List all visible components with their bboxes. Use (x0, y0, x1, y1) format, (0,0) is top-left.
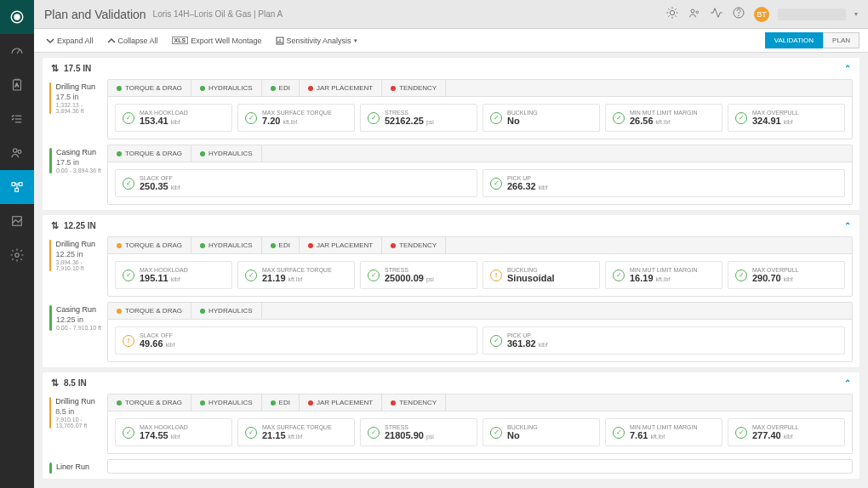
metric-card: SLACK OFF49.66klbf (115, 326, 477, 355)
status-dot-icon (271, 400, 276, 406)
metric-unit: kft.lbf (650, 434, 665, 440)
section-header[interactable]: ⇅8.5 IN⌃ (43, 372, 859, 394)
sort-icon: ⇅ (51, 63, 59, 74)
metric-value: Sinusoidal (507, 273, 555, 283)
svg-point-8 (14, 149, 18, 153)
sun-icon[interactable] (665, 6, 679, 23)
tab-label: JAR PLACEMENT (317, 399, 373, 406)
app-logo[interactable] (0, 0, 34, 34)
tab[interactable]: TORQUE & DRAG (108, 303, 191, 319)
tab[interactable]: TORQUE & DRAG (108, 145, 191, 162)
tab-label: EDI (279, 84, 290, 92)
tab[interactable]: EDI (262, 237, 300, 253)
run-row: Drilling Run17.5 in1,332.13 - 3,894.36 f… (43, 79, 859, 145)
warning-icon (123, 335, 134, 347)
help-icon[interactable] (732, 6, 745, 23)
nav-image[interactable] (0, 204, 34, 238)
status-dot-icon (117, 400, 122, 406)
metric-label: SLACK OFF (140, 175, 180, 181)
status-bar (49, 305, 52, 331)
metric-label: MAX OVERPULL (752, 110, 798, 116)
tabs: TORQUE & DRAGHYDRAULICS (108, 303, 852, 320)
tab[interactable]: HYDRAULICS (191, 80, 262, 96)
tab[interactable]: TENDENCY (382, 237, 446, 253)
metric-card: STRESS25000.09psi (360, 261, 477, 289)
tab[interactable]: HYDRAULICS (191, 145, 262, 162)
check-icon (245, 427, 257, 439)
status-dot-icon (117, 86, 122, 91)
tabs: TORQUE & DRAGHYDRAULICS (108, 145, 852, 162)
metric-label: STRESS (385, 267, 434, 273)
chevron-up-icon[interactable]: ⌃ (844, 378, 851, 388)
validation-tab-button[interactable]: VALIDATION (765, 32, 823, 48)
tab[interactable]: HYDRAULICS (191, 237, 262, 253)
metric-value: 324.91 (752, 116, 781, 126)
tab[interactable]: HYDRAULICS (191, 394, 262, 411)
tab-label: HYDRAULICS (208, 84, 253, 92)
tab-label: EDI (279, 241, 290, 249)
run-row: Drilling Run12.25 in3,894.36 - 7,910.10 … (43, 236, 859, 302)
status-dot-icon (117, 151, 122, 156)
export-button[interactable]: XLSExport Well Montage (168, 35, 266, 47)
expand-all-button[interactable]: Expand All (43, 35, 97, 47)
collapse-all-button[interactable]: Collapse All (104, 35, 162, 47)
nav-workflow[interactable] (0, 170, 34, 204)
tab[interactable]: TORQUE & DRAG (108, 394, 191, 411)
metric-card: PICK UP361.82klbf (483, 326, 845, 355)
run-range: 1,332.13 - 3,894.36 ft (55, 102, 102, 114)
tab[interactable]: TORQUE & DRAG (108, 237, 191, 253)
svg-rect-10 (12, 183, 15, 186)
section-header[interactable]: ⇅12.25 IN⌃ (43, 215, 859, 236)
tab-label: TENDENCY (399, 241, 437, 249)
nav-gauge[interactable] (0, 34, 34, 68)
chevron-up-icon[interactable]: ⌃ (844, 64, 851, 73)
tab[interactable]: TENDENCY (382, 80, 446, 96)
status-dot-icon (271, 86, 276, 91)
section-header[interactable]: ⇅17.5 IN⌃ (43, 58, 859, 79)
tab[interactable]: JAR PLACEMENT (300, 80, 382, 96)
pulse-icon[interactable] (710, 6, 723, 23)
chevron-up-icon[interactable]: ⌃ (844, 221, 851, 230)
run-body: TORQUE & DRAGHYDRAULICSEDIJAR PLACEMENTT… (107, 79, 853, 139)
tab[interactable]: JAR PLACEMENT (300, 394, 382, 411)
metric-label: SLACK OFF (140, 332, 174, 338)
tab[interactable]: EDI (262, 394, 300, 411)
plan-tab-button[interactable]: PLAN (823, 32, 859, 48)
tab[interactable]: TENDENCY (382, 394, 446, 411)
run-body (107, 459, 853, 474)
people-icon[interactable] (688, 6, 701, 23)
tab[interactable]: EDI (262, 80, 300, 96)
user-menu-caret[interactable]: ▾ (854, 10, 858, 18)
metric-label: MAX HOOKLOAD (140, 424, 188, 430)
nav-clipboard[interactable]: A (0, 68, 34, 102)
run-size: 12.25 in (55, 250, 102, 258)
tabs: TORQUE & DRAGHYDRAULICSEDIJAR PLACEMENTT… (108, 80, 852, 97)
metric-value: No (507, 116, 520, 126)
metric-label: MAX OVERPULL (752, 424, 798, 430)
metrics-row: SLACK OFF49.66klbfPICK UP361.82klbf (108, 320, 852, 361)
sensitivity-button[interactable]: Sensitivity Analysis▾ (272, 35, 361, 47)
nav-people[interactable] (0, 136, 34, 170)
run-meta: Drilling Run17.5 in1,332.13 - 3,894.36 f… (49, 79, 102, 139)
metric-value: 290.70 (752, 273, 781, 283)
metric-unit: klbf (171, 184, 180, 190)
run-size: 12.25 in (56, 315, 101, 324)
nav-checklist[interactable] (0, 102, 34, 136)
avatar[interactable]: BT (754, 7, 769, 22)
metric-card: MIN MUT LIMIT MARGIN26.56kft.lbf (605, 104, 722, 132)
run-body: TORQUE & DRAGHYDRAULICSEDIJAR PLACEMENTT… (107, 236, 853, 297)
metric-label: MIN MUT LIMIT MARGIN (630, 424, 697, 430)
run-size: 17.5 in (55, 93, 102, 101)
tab-label: EDI (279, 399, 290, 406)
metric-label: STRESS (385, 424, 434, 430)
run-body: TORQUE & DRAGHYDRAULICSSLACK OFF250.35kl… (107, 145, 853, 205)
check-icon (245, 270, 257, 281)
svg-rect-12 (15, 189, 19, 192)
tab[interactable]: TORQUE & DRAG (108, 80, 191, 96)
tab[interactable]: HYDRAULICS (191, 303, 262, 319)
tab-label: TORQUE & DRAG (125, 84, 182, 92)
run-range: 7,910.10 - 13,765.07 ft (55, 417, 102, 428)
nav-settings[interactable] (0, 238, 34, 272)
section: ⇅17.5 IN⌃Drilling Run17.5 in1,332.13 - 3… (43, 58, 859, 210)
tab[interactable]: JAR PLACEMENT (300, 237, 382, 253)
